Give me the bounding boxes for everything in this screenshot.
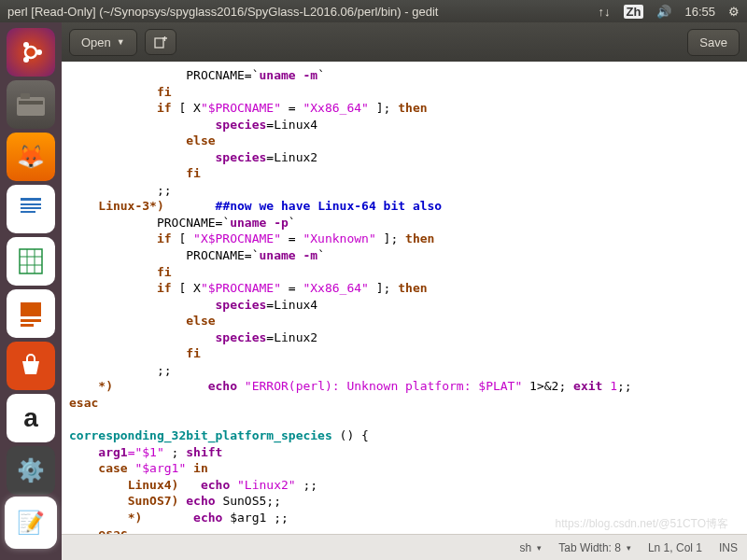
tab-width-selector[interactable]: Tab Width: 8 [558, 541, 631, 554]
open-button[interactable]: Open▼ [69, 29, 137, 56]
svg-rect-11 [21, 211, 35, 213]
amazon-icon[interactable]: a [7, 394, 55, 442]
svg-rect-8 [21, 198, 41, 201]
watermark: https://blog.csdn.net/@51CTO博客 [556, 516, 728, 532]
svg-rect-20 [21, 319, 41, 322]
svg-rect-5 [19, 101, 43, 105]
svg-rect-4 [17, 97, 45, 116]
firefox-icon[interactable]: 🦊 [7, 133, 55, 181]
insert-mode[interactable]: INS [719, 541, 738, 554]
svg-rect-10 [21, 207, 41, 209]
libreoffice-writer-icon[interactable] [7, 185, 55, 233]
files-icon[interactable] [7, 80, 55, 129]
ime-indicator[interactable]: Zh [624, 5, 644, 19]
svg-rect-21 [21, 324, 34, 327]
window-title: perl [Read-Only] (~/Synopsys/spyglass201… [7, 5, 599, 19]
language-selector[interactable]: sh [520, 541, 543, 554]
libreoffice-impress-icon[interactable] [7, 289, 55, 338]
svg-point-2 [23, 42, 29, 48]
sound-icon[interactable]: 🔊 [656, 5, 671, 19]
gear-icon[interactable]: ⚙ [728, 5, 740, 19]
clock[interactable]: 16:55 [684, 5, 715, 19]
svg-rect-19 [21, 302, 41, 316]
network-icon[interactable]: ↑↓ [599, 5, 611, 19]
unity-launcher: 🦊 a ⚙️ 📝 [0, 22, 62, 560]
svg-rect-22 [155, 38, 163, 48]
new-tab-button[interactable] [145, 29, 176, 55]
ubuntu-software-icon[interactable] [7, 342, 55, 390]
indicator-area: ↑↓ Zh 🔊 16:55 ⚙ [599, 5, 740, 19]
svg-point-1 [36, 49, 42, 55]
top-menu-bar: perl [Read-Only] (~/Synopsys/spyglass201… [0, 0, 747, 22]
save-button[interactable]: Save [687, 29, 740, 56]
gedit-icon[interactable]: 📝 [7, 498, 55, 547]
settings-icon[interactable]: ⚙️ [7, 446, 55, 495]
svg-rect-9 [21, 203, 41, 205]
dash-icon[interactable] [7, 28, 55, 77]
svg-rect-6 [21, 93, 30, 99]
svg-point-0 [25, 47, 36, 58]
svg-point-3 [23, 57, 29, 63]
status-bar: sh Tab Width: 8 Ln 1, Col 1 INS [62, 534, 747, 560]
editor-area[interactable]: PROCNAME=`uname -m` fi if [ X"$PROCNAME"… [62, 62, 747, 534]
gedit-window: Open▼ Save PROCNAME=`uname -m` fi if [ X… [62, 22, 747, 560]
save-label: Save [699, 35, 727, 49]
libreoffice-calc-icon[interactable] [7, 237, 55, 286]
open-label: Open [81, 35, 111, 49]
cursor-position: Ln 1, Col 1 [648, 541, 702, 554]
gedit-toolbar: Open▼ Save [62, 22, 747, 62]
